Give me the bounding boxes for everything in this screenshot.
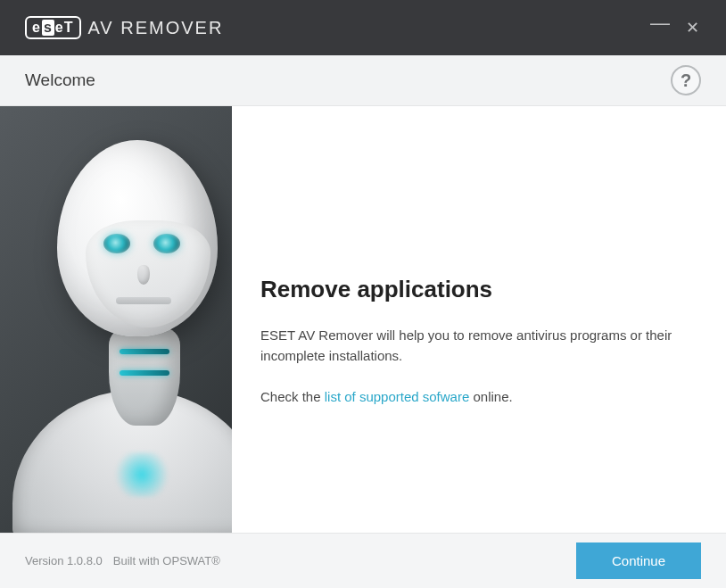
logo-letter: e [55, 20, 64, 36]
robot-eye-icon [153, 234, 180, 253]
footer: Version 1.0.8.0 Built with OPSWAT® Conti… [0, 533, 726, 588]
content-area: Remove applications ESET AV Remover will… [0, 106, 726, 533]
eset-logo-badge: e s e T [25, 16, 81, 39]
robot-illustration [0, 106, 232, 533]
app-title: AV REMOVER [88, 18, 224, 38]
minimize-button[interactable]: — [644, 12, 676, 44]
page-title: Welcome [25, 70, 95, 90]
robot-eye-icon [103, 234, 130, 253]
logo-letter: s [42, 20, 54, 36]
built-with-label: Built with OPSWAT® [113, 554, 220, 567]
subheader: Welcome ? [0, 55, 726, 106]
logo-letter: T [64, 20, 74, 36]
supported-software-line: Check the list of supported sofware onli… [260, 386, 690, 407]
continue-button[interactable]: Continue [576, 542, 701, 579]
logo-letter: e [32, 20, 41, 36]
main-description: ESET AV Remover will help you to remove … [260, 325, 690, 367]
app-logo: e s e T AV REMOVER [25, 16, 223, 39]
version-label: Version 1.0.8.0 [25, 554, 103, 567]
help-icon: ? [681, 70, 691, 91]
robot-figure [4, 122, 232, 533]
minimize-icon: — [650, 12, 670, 35]
supported-software-link[interactable]: list of supported sofware [325, 389, 470, 404]
titlebar: e s e T AV REMOVER — ✕ [0, 0, 726, 55]
help-button[interactable]: ? [671, 65, 701, 95]
close-icon: ✕ [686, 18, 699, 37]
main-panel: Remove applications ESET AV Remover will… [232, 106, 726, 533]
close-button[interactable]: ✕ [676, 12, 708, 44]
text-suffix: online. [469, 389, 512, 404]
main-heading: Remove applications [260, 276, 690, 303]
text-prefix: Check the [260, 389, 325, 404]
